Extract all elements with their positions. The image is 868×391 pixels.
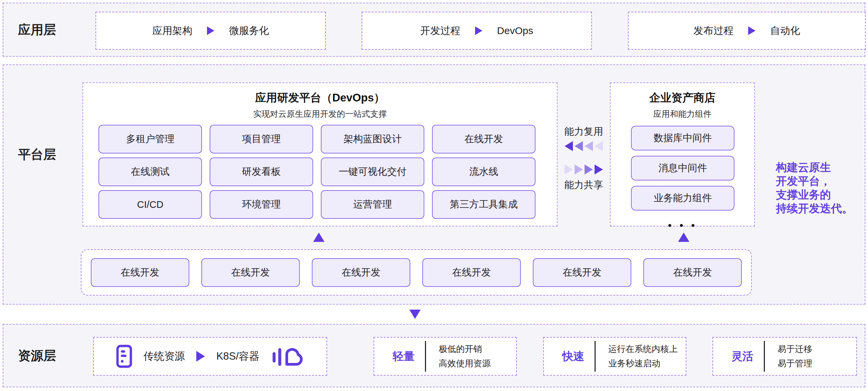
arrow-right-icon: [207, 26, 214, 35]
arrow-up-icon: [313, 232, 324, 242]
platform-layer-label-wrap: 平台层: [18, 83, 56, 227]
grid-cell: 运营管理: [321, 190, 424, 219]
transition-to: K8S/容器: [216, 349, 259, 363]
capability-share-label: 能力共享: [558, 178, 610, 192]
dev-process-box: 开发过程 DevOps: [362, 12, 592, 50]
grid-cell: 研发看板: [210, 158, 313, 186]
slogan-text: 构建云原生 开发平台， 支撑业务的 持续开发迭代。: [776, 160, 853, 215]
feature-name: 轻量: [388, 349, 420, 364]
feature-fast: 快速 运行在系统内核上 业务秒速启动: [543, 337, 686, 376]
triangle-right-icon: [595, 164, 603, 174]
grid-cell: 架构蓝图设计: [321, 125, 424, 154]
arrows-left-icon: [558, 141, 610, 151]
feature-description: 极低的开销 高效使用资源: [439, 342, 491, 371]
cloud-container-icon: [271, 344, 304, 368]
release-process-box: 发布过程 自动化: [628, 12, 866, 50]
app-architecture-from: 应用架构: [152, 24, 192, 38]
feature-line: 高效使用资源: [439, 356, 491, 371]
triangle-left-icon: [585, 141, 593, 151]
dev-process-from: 开发过程: [420, 24, 460, 38]
grid-cell: 第三方工具集成: [432, 190, 535, 219]
online-dev-cell: 在线开发: [643, 258, 742, 287]
dev-process-to: DevOps: [497, 25, 533, 36]
devops-capability-grid: 多租户管理 项目管理 架构蓝图设计 在线开发 在线测试 研发看板 一键可视化交付…: [98, 125, 535, 219]
arrow-down-icon: [409, 309, 421, 319]
asset-cell: 消息中间件: [631, 156, 735, 181]
online-dev-cell: 在线开发: [201, 258, 300, 287]
asset-store-panel: 企业资产商店 应用和能力组件 数据库中间件 消息中间件 业务能力组件 • • •: [610, 83, 755, 227]
feature-line: 业务秒速启动: [608, 356, 678, 371]
grid-cell: 在线测试: [98, 158, 202, 186]
arrows-right-icon: [558, 164, 610, 174]
application-layer-section: 应用层 应用架构 微服务化 开发过程 DevOps 发布过程 自动化: [3, 3, 865, 57]
grid-cell: 多租户管理: [98, 125, 202, 154]
arrow-up-icon: [678, 232, 689, 242]
feature-lightweight: 轻量 极低的开销 高效使用资源: [374, 337, 517, 376]
feature-flexible: 灵活 易于迁移 易于管理: [712, 337, 857, 376]
feature-description: 易于迁移 易于管理: [778, 342, 812, 371]
feature-line: 运行在系统内核上: [608, 342, 678, 356]
online-dev-cell: 在线开发: [422, 258, 521, 287]
online-dev-cell: 在线开发: [312, 258, 410, 287]
platform-layer-section: 平台层 应用研发平台（DevOps） 实现对云原生应用开发的一站式支撑 多租户管…: [3, 64, 865, 304]
devops-platform-panel: 应用研发平台（DevOps） 实现对云原生应用开发的一站式支撑 多租户管理 项目…: [83, 83, 558, 227]
asset-cell: 数据库中间件: [631, 126, 735, 151]
arrow-right-icon: [196, 351, 205, 362]
triangle-left-icon: [564, 141, 573, 151]
grid-cell: CI/CD: [98, 190, 202, 219]
arrow-right-icon: [475, 26, 483, 35]
triangle-right-icon: [585, 164, 593, 174]
triangle-right-icon: [575, 164, 583, 174]
capability-reuse-label: 能力复用: [558, 125, 610, 138]
slogan-line: 持续开发迭代。: [776, 201, 853, 215]
feature-line: 极低的开销: [439, 342, 491, 356]
architecture-diagram: 应用层 应用架构 微服务化 开发过程 DevOps 发布过程 自动化 平台层 应…: [0, 0, 868, 391]
triangle-left-icon: [575, 141, 583, 151]
divider: [595, 341, 596, 372]
feature-description: 运行在系统内核上 业务秒速启动: [608, 342, 678, 371]
transition-from: 传统资源: [144, 349, 185, 363]
grid-cell: 流水线: [432, 158, 535, 186]
online-dev-cell: 在线开发: [91, 258, 189, 287]
asset-panel-subtitle: 应用和能力组件: [611, 108, 754, 120]
divider: [425, 341, 426, 372]
devops-panel-title: 应用研发平台（DevOps）: [83, 90, 557, 105]
grid-cell: 环境管理: [210, 190, 313, 219]
asset-cells: 数据库中间件 消息中间件 业务能力组件 • • •: [631, 126, 735, 231]
resource-layer-label: 资源层: [18, 347, 56, 364]
server-icon: [116, 345, 132, 368]
capability-exchange-zone: 能力复用 能力共享: [558, 83, 610, 227]
more-dots: • • •: [631, 220, 735, 231]
slogan-line: 支撑业务的: [776, 188, 853, 201]
divider: [764, 341, 765, 372]
application-layer-label: 应用层: [18, 21, 56, 38]
devops-panel-subtitle: 实现对云原生应用开发的一站式支撑: [83, 108, 557, 120]
resource-layer-section: 资源层 传统资源 K8S/容器 轻量 极低的开销 高效使用资源: [3, 324, 865, 387]
feature-name: 快速: [557, 349, 589, 364]
triangle-left-icon: [595, 141, 603, 151]
feature-line: 易于迁移: [778, 342, 812, 356]
grid-cell: 一键可视化交付: [321, 158, 424, 186]
release-process-from: 发布过程: [693, 24, 734, 38]
app-architecture-to: 微服务化: [229, 24, 269, 38]
release-process-to: 自动化: [770, 24, 800, 38]
resource-transition-box: 传统资源 K8S/容器: [93, 337, 327, 376]
online-dev-cell: 在线开发: [533, 258, 631, 287]
feature-name: 灵活: [726, 349, 758, 364]
platform-layer-label: 平台层: [18, 146, 56, 163]
arrow-right-icon: [748, 26, 755, 35]
asset-cell: 业务能力组件: [631, 186, 735, 210]
slogan-line: 开发平台，: [776, 174, 853, 188]
asset-panel-title: 企业资产商店: [611, 90, 754, 105]
triangle-right-icon: [564, 164, 573, 174]
feature-line: 易于管理: [778, 356, 812, 371]
slogan-line: 构建云原生: [776, 160, 853, 174]
grid-cell: 项目管理: [210, 125, 313, 154]
online-dev-row: 在线开发 在线开发 在线开发 在线开发 在线开发 在线开发: [81, 249, 752, 296]
app-architecture-box: 应用架构 微服务化: [95, 12, 326, 50]
grid-cell: 在线开发: [432, 125, 535, 154]
